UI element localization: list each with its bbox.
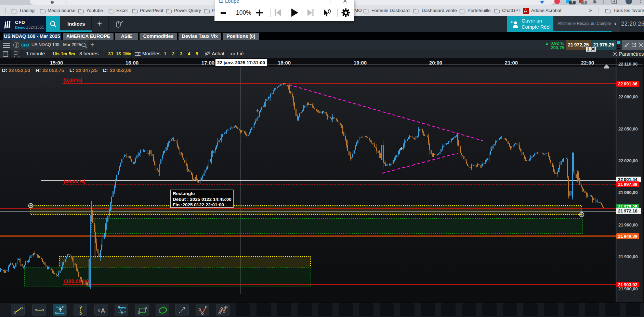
svg-text:21:00: 21:00 bbox=[505, 60, 518, 66]
svg-text:19:00: 19:00 bbox=[354, 60, 367, 66]
svg-text:22 020,00: 22 020,00 bbox=[618, 158, 638, 163]
svg-text:22 001,44: 22 001,44 bbox=[618, 177, 638, 182]
svg-text:O:: O: bbox=[2, 68, 7, 73]
svg-text:22 052,00: 22 052,00 bbox=[110, 68, 131, 73]
svg-text:17:00: 17:00 bbox=[201, 60, 214, 66]
svg-text:22 janv. 2025 17:31:00: 22 janv. 2025 17:31:00 bbox=[217, 60, 265, 65]
svg-text:22 080,00: 22 080,00 bbox=[618, 94, 638, 99]
svg-text:22 050,00: 22 050,00 bbox=[618, 126, 638, 132]
svg-text:21 903,92: 21 903,92 bbox=[618, 282, 638, 287]
svg-text:22 110,00: 22 110,00 bbox=[618, 61, 638, 67]
svg-text:20:00: 20:00 bbox=[429, 60, 442, 66]
svg-text:21 930,00: 21 930,00 bbox=[618, 254, 638, 259]
svg-text:A: A bbox=[101, 307, 105, 314]
svg-text:21 960,00: 21 960,00 bbox=[618, 222, 638, 228]
svg-text:15:00: 15:00 bbox=[50, 60, 63, 66]
svg-text:21 990,00: 21 990,00 bbox=[618, 190, 638, 195]
svg-text:22:00: 22:00 bbox=[581, 60, 594, 66]
svg-text:C:: C: bbox=[103, 68, 108, 73]
svg-text:22 052,50: 22 052,50 bbox=[9, 68, 30, 73]
svg-text:22 091,86: 22 091,86 bbox=[618, 81, 638, 86]
svg-text:22 052,75: 22 052,75 bbox=[42, 68, 64, 73]
svg-text:Début : 2025 0122 14:45:00: Début : 2025 0122 14:45:00 bbox=[173, 197, 232, 202]
svg-text:(0,00 %): (0,00 %) bbox=[63, 77, 82, 83]
svg-text:(50,00 %): (50,00 %) bbox=[64, 178, 86, 184]
svg-text:18:00: 18:00 bbox=[278, 60, 291, 66]
svg-text:21 972,18: 21 972,18 bbox=[618, 208, 638, 213]
svg-text:22 047,25: 22 047,25 bbox=[76, 68, 97, 73]
svg-text:Rectangle: Rectangle bbox=[173, 191, 195, 196]
svg-text:21 949,39: 21 949,39 bbox=[618, 234, 638, 239]
svg-text:L:: L: bbox=[69, 68, 74, 73]
svg-text:(100,00 %): (100,00 %) bbox=[64, 278, 89, 284]
svg-text:Fin :2025 0122 22:01:00: Fin :2025 0122 22:01:00 bbox=[173, 202, 224, 207]
svg-text:H:: H: bbox=[36, 68, 41, 73]
svg-text:16:00: 16:00 bbox=[126, 60, 139, 66]
svg-text:21 997,89: 21 997,89 bbox=[618, 182, 638, 187]
